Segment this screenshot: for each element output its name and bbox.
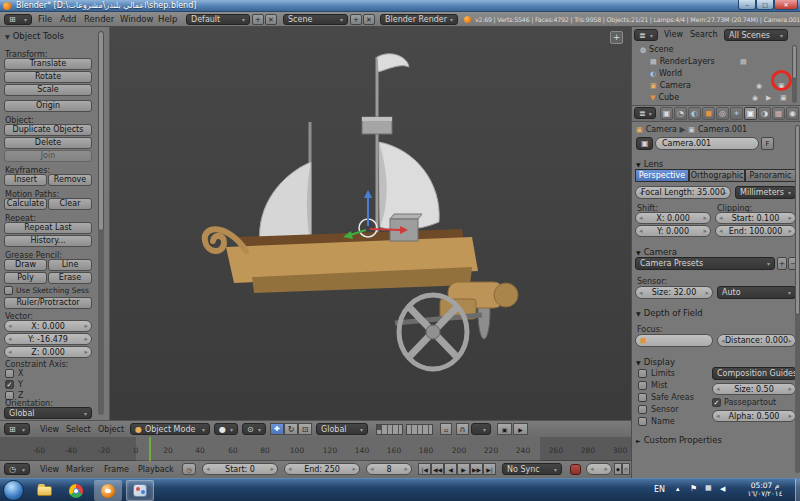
add-layout-button[interactable]: + xyxy=(252,14,264,25)
remove-keyframe-button[interactable]: Remove xyxy=(48,174,92,186)
play-button[interactable]: ▶ xyxy=(457,463,470,475)
frame-end-field[interactable]: End: 250 xyxy=(284,463,360,475)
camera-presets-dropdown[interactable]: Camera Presets▾ xyxy=(635,257,775,270)
taskbar-chrome-button[interactable] xyxy=(62,480,90,501)
vector-z-field[interactable]: Z: 0.000 xyxy=(4,346,92,358)
outliner-row-world[interactable]: ◐World xyxy=(650,69,682,78)
outliner-editor-type-dropdown[interactable]: ≣▾ xyxy=(634,29,658,41)
vector-y-field[interactable]: Y: -16.479 xyxy=(4,333,92,345)
tab-material[interactable]: ◑ xyxy=(758,107,771,120)
menu-help[interactable]: Help xyxy=(158,12,177,27)
add-preset-button[interactable]: + xyxy=(777,257,787,270)
viewport-menu-select[interactable]: Select xyxy=(66,421,91,438)
outliner-scrollbar[interactable] xyxy=(792,45,797,103)
outliner-menu-view[interactable]: View xyxy=(664,27,683,42)
mist-checkbox[interactable] xyxy=(638,381,647,390)
tab-constraints[interactable]: ◎ xyxy=(716,107,729,120)
shift-y-field[interactable]: Y: 0.000 xyxy=(635,225,711,237)
layers-widget-left[interactable] xyxy=(376,424,403,435)
start-button[interactable] xyxy=(3,480,24,501)
scene-selector[interactable]: Scene▾ xyxy=(283,14,348,25)
outliner-row-camera[interactable]: ▣Camera xyxy=(650,81,691,90)
opengl-render-button[interactable]: ▣ xyxy=(497,423,512,435)
origin-button[interactable]: Origin xyxy=(4,100,92,112)
composition-guides-dropdown[interactable]: Composition Guides▾ xyxy=(712,367,796,380)
focal-length-field[interactable]: Focal Length: 35.000 xyxy=(635,186,731,199)
cube-restrict-view-icon[interactable]: ◉ xyxy=(752,94,758,102)
timeline-menu-marker[interactable]: Marker xyxy=(66,461,94,478)
timeline-menu-view[interactable]: View xyxy=(40,461,59,478)
manipulator-scale-button[interactable]: ⊡ xyxy=(298,423,312,435)
lens-unit-dropdown[interactable]: Millimeters▾ xyxy=(735,186,796,199)
timeline-ruler[interactable]: -60 -40 -20 0 20 40 60 80 100 120 140 16… xyxy=(0,437,631,461)
scale-button[interactable]: Scale xyxy=(4,84,92,96)
manipulator-rotate-button[interactable]: ↻ xyxy=(284,423,298,435)
maximize-button[interactable]: □ xyxy=(756,0,774,10)
tab-scene[interactable]: ◔ xyxy=(674,107,687,120)
use-preview-range-button[interactable]: ◷ xyxy=(182,463,196,475)
minimize-button[interactable]: – xyxy=(738,0,756,10)
timeline-editor-type-dropdown[interactable]: ◷▾ xyxy=(4,463,30,475)
safe-areas-checkbox[interactable] xyxy=(638,393,647,402)
shift-x-field[interactable]: X: 0.000 xyxy=(635,212,711,224)
keying-set-field[interactable] xyxy=(586,463,612,475)
current-frame-marker[interactable] xyxy=(149,437,151,461)
scrollbar-thumb[interactable] xyxy=(98,31,104,231)
draw-size-field[interactable]: Size: 0.50 xyxy=(712,383,796,395)
outliner-menu-search[interactable]: Search xyxy=(690,27,717,42)
taskbar-media-app-button[interactable] xyxy=(126,480,154,501)
lock-to-scene-button[interactable]: ▫ xyxy=(440,423,452,435)
action-center-flag-icon[interactable]: ⚑ xyxy=(690,484,697,493)
tool-shelf-panel-header[interactable]: ▼Object Tools xyxy=(5,31,64,41)
editor-type-dropdown[interactable]: ⊞▾ xyxy=(4,14,32,25)
passepartout-alpha-field[interactable]: Alpha: 0.500 xyxy=(712,410,796,422)
current-frame-field[interactable]: 8 xyxy=(366,463,412,475)
network-icon[interactable]: ▦ xyxy=(705,484,712,492)
viewport-menu-object[interactable]: Object xyxy=(98,421,124,438)
breadcrumb-data[interactable]: Camera.001 xyxy=(698,125,747,134)
timeline-menu-frame[interactable]: Frame xyxy=(104,461,129,478)
delete-layout-button[interactable]: ✕ xyxy=(265,14,277,25)
taskbar-clock[interactable]: 05:07 م ١٦/٠٧/٢٠١٤ xyxy=(738,481,792,500)
insert-keyframe-button[interactable]: Insert xyxy=(4,174,47,186)
next-keyframe-button[interactable]: ▶▶ xyxy=(470,463,483,475)
scrollbar-thumb[interactable] xyxy=(795,125,800,315)
mode-dropdown[interactable]: ●Object Mode▾ xyxy=(130,423,210,435)
frame-start-field[interactable]: Start: 0 xyxy=(202,463,278,475)
screen-layout-selector[interactable]: Default▾ xyxy=(186,14,250,25)
opengl-render-anim-button[interactable]: ▶ xyxy=(513,423,528,435)
prev-keyframe-button[interactable]: ◀◀ xyxy=(431,463,444,475)
fake-user-button[interactable]: F xyxy=(761,137,774,150)
orientation-dropdown[interactable]: Global▾ xyxy=(4,407,92,419)
viewport-editor-type-dropdown[interactable]: ⊞▾ xyxy=(4,423,30,435)
tab-texture[interactable]: ▦ xyxy=(772,107,785,120)
translate-button[interactable]: Translate xyxy=(4,58,92,70)
camera-section-header[interactable]: ▼Camera xyxy=(636,247,677,257)
breadcrumb-object[interactable]: Camera xyxy=(646,125,677,134)
focus-object-field[interactable]: ◼ xyxy=(635,334,713,347)
viewport-menu-view[interactable]: View xyxy=(40,421,59,438)
tab-physics[interactable]: ◉ xyxy=(786,107,799,120)
jump-to-end-button[interactable]: ▶| xyxy=(483,463,496,475)
menu-add[interactable]: Add xyxy=(60,12,76,27)
duplicate-objects-button[interactable]: Duplicate Objects xyxy=(4,124,92,136)
repeat-last-button[interactable]: Repeat Last xyxy=(4,222,92,234)
clip-start-field[interactable]: Start: 0.100 xyxy=(715,212,796,224)
name-checkbox[interactable] xyxy=(638,417,647,426)
clip-end-field[interactable]: End: 100.000 xyxy=(715,225,796,237)
properties-scrollbar[interactable] xyxy=(795,125,800,473)
menu-window[interactable]: Window xyxy=(120,12,154,27)
delete-button[interactable]: Delete xyxy=(4,137,92,149)
tab-object-data[interactable]: ▣ xyxy=(744,107,757,120)
tab-object[interactable]: ◼ xyxy=(702,107,715,120)
clear-paths-button[interactable]: Clear xyxy=(48,198,92,210)
pivot-dropdown[interactable]: ⊙▾ xyxy=(242,423,266,435)
rotate-button[interactable]: Rotate xyxy=(4,71,92,83)
sensor-fit-dropdown[interactable]: Auto▾ xyxy=(717,286,796,299)
outliner-row-scene[interactable]: ◍Scene xyxy=(640,45,674,54)
sensor-size-field[interactable]: Size: 32.00 xyxy=(635,286,713,299)
gp-line-button[interactable]: Line xyxy=(48,259,92,271)
snap-element-dropdown[interactable]: ▾ xyxy=(471,423,491,435)
close-button[interactable]: ✕ xyxy=(774,0,798,10)
menu-file[interactable]: File xyxy=(38,12,52,27)
